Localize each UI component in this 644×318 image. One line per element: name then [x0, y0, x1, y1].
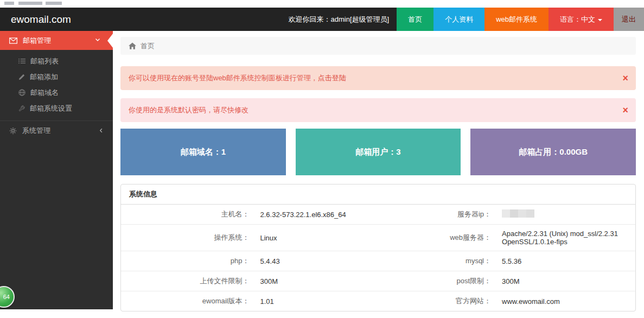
home-icon	[129, 42, 136, 49]
info-value: 5.4.43	[254, 251, 424, 271]
chevron-left-icon	[98, 127, 104, 136]
table-row: 上传文件限制： 300M post限制： 300M	[121, 271, 635, 291]
sidebar-subitem-label: 邮箱列表	[30, 56, 59, 66]
info-value: 300M	[496, 271, 635, 291]
caret-down-icon	[598, 19, 602, 21]
system-info-table: 主机名： 2.6.32-573.22.1.el6.x86_64 服务器ip： 操…	[121, 205, 635, 311]
nav-profile-button[interactable]: 个人资料	[433, 8, 484, 31]
cropped-page-fragment	[0, 0, 644, 8]
info-label: 服务器ip：	[424, 205, 496, 225]
info-label: 上传文件限制：	[121, 271, 254, 291]
info-label: php：	[121, 251, 254, 271]
list-icon	[18, 58, 25, 64]
info-value: 2.6.32-573.22.1.el6.x86_64	[254, 205, 424, 225]
sidebar-column: 邮箱管理 邮箱列表 邮箱添加	[0, 31, 113, 318]
info-label: post限制：	[424, 271, 496, 291]
table-row: php： 5.4.43 mysql： 5.5.36	[121, 251, 635, 271]
sidebar-item-system-management[interactable]: 系统管理	[0, 121, 113, 141]
stat-card-storage: 邮箱占用：0.00GB	[470, 129, 636, 175]
floating-badge-label: 64	[3, 294, 10, 300]
info-label: 官方网站：	[424, 291, 496, 311]
top-bar: ewomail.com 欢迎你回来：admin[超级管理员] 首页 个人资料 w…	[0, 8, 644, 31]
alert-webmail-login: 你可以使用现在的账号登陆web邮件系统控制面板进行管理，点击登陆 ×	[120, 66, 636, 90]
info-value: www.ewomail.com	[496, 291, 635, 311]
sidebar-subitem-mail-list[interactable]: 邮箱列表	[0, 53, 113, 69]
sidebar-subitem-mail-add[interactable]: 邮箱添加	[0, 69, 113, 85]
wrench-icon	[18, 105, 25, 112]
sidebar-item-mail-management[interactable]: 邮箱管理	[0, 31, 113, 50]
info-label: 操作系统：	[121, 225, 254, 251]
info-value: 1.01	[254, 291, 424, 311]
sidebar: 邮箱管理 邮箱列表 邮箱添加	[0, 31, 113, 309]
breadcrumb: 首页	[120, 37, 636, 55]
server-ip-redacted	[502, 209, 534, 218]
nav-language-label: 语言：中文	[560, 15, 595, 23]
nav-logout-button[interactable]: 退出	[614, 8, 644, 31]
chevron-down-icon	[94, 36, 101, 44]
close-icon[interactable]: ×	[622, 73, 628, 83]
info-value: Linux	[254, 225, 424, 251]
info-label: 主机名：	[121, 205, 254, 225]
nav-language-button[interactable]: 语言：中文	[549, 8, 614, 31]
close-icon[interactable]: ×	[622, 105, 628, 115]
info-value: 300M	[254, 271, 424, 291]
sidebar-subitem-label: 邮箱域名	[30, 88, 59, 98]
globe-icon	[18, 89, 25, 96]
official-site-link[interactable]: www.ewomail.com	[502, 297, 560, 306]
breadcrumb-home[interactable]: 首页	[141, 41, 155, 51]
sidebar-subitem-label: 邮箱添加	[30, 72, 58, 82]
brand-logo[interactable]: ewomail.com	[0, 8, 71, 31]
nav-webmail-button[interactable]: web邮件系统	[484, 8, 549, 31]
info-value: Apache/2.2.31 (Unix) mod_ssl/2.2.31 Open…	[496, 225, 635, 251]
stat-card-domains: 邮箱域名：1	[120, 129, 286, 175]
welcome-text: 欢迎你回来：admin[超级管理员]	[289, 8, 397, 31]
panel-title: 系统信息	[121, 185, 635, 205]
system-info-panel: 系统信息 主机名： 2.6.32-573.22.1.el6.x86_64 服务器…	[120, 184, 636, 311]
alert-text: 你可以使用现在的账号登陆web邮件系统控制面板进行管理，	[129, 74, 318, 82]
sidebar-subitem-mail-domain[interactable]: 邮箱域名	[0, 85, 113, 100]
main-content: 首页 你可以使用现在的账号登陆web邮件系统控制面板进行管理，点击登陆 × 你使…	[113, 31, 644, 318]
info-label: mysql：	[424, 251, 496, 271]
info-label: web服务器：	[424, 225, 496, 251]
alert-default-password: 你使用的是系统默认密码，请尽快修改 ×	[120, 98, 636, 122]
sidebar-submenu: 邮箱列表 邮箱添加 邮箱域名	[0, 50, 113, 120]
info-label: ewomail版本：	[121, 291, 254, 311]
table-row: 操作系统： Linux web服务器： Apache/2.2.31 (Unix)…	[121, 225, 635, 251]
sidebar-item-label: 邮箱管理	[23, 36, 51, 46]
info-value	[496, 205, 635, 225]
stat-card-users: 邮箱用户：3	[296, 129, 461, 175]
gear-icon	[9, 127, 17, 135]
table-row: 主机名： 2.6.32-573.22.1.el6.x86_64 服务器ip：	[121, 205, 635, 225]
sidebar-subitem-mail-settings[interactable]: 邮箱系统设置	[0, 100, 113, 116]
alert-login-link[interactable]: 点击登陆	[318, 74, 346, 82]
sidebar-subitem-label: 邮箱系统设置	[30, 104, 72, 113]
sidebar-item-label: 系统管理	[22, 126, 50, 136]
alert-text: 你使用的是系统默认密码，请尽快修改	[129, 106, 248, 114]
nav-home-button[interactable]: 首页	[397, 8, 433, 31]
pencil-icon	[18, 74, 25, 80]
stat-cards: 邮箱域名：1 邮箱用户：3 邮箱占用：0.00GB	[120, 129, 636, 175]
table-row: ewomail版本： 1.01 官方网站： www.ewomail.com	[121, 291, 635, 311]
info-value: 5.5.36	[496, 251, 635, 271]
mail-icon	[9, 37, 17, 44]
